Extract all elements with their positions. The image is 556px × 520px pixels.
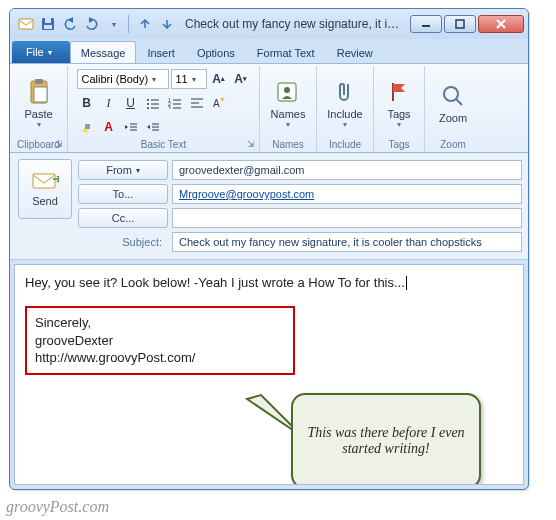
underline-button[interactable]: U (121, 93, 141, 113)
tab-options[interactable]: Options (186, 41, 246, 63)
chevron-down-icon: ▾ (48, 48, 52, 57)
ribbon-tab-strip: File ▾ Message Insert Options Format Tex… (10, 39, 528, 63)
message-headers: Send From ▾ groovedexter@gmail.com To...… (10, 153, 528, 260)
window-title: Check out my fancy new signature, it is … (177, 17, 408, 31)
signature-line: http://www.groovyPost.com/ (35, 349, 285, 367)
group-label: Zoom (429, 138, 477, 152)
envelope-icon (31, 171, 59, 191)
message-body-container: Hey, you see it? Look below! -Yeah I jus… (14, 264, 524, 485)
titlebar-separator (128, 15, 129, 33)
bullets-button[interactable] (143, 93, 163, 113)
tab-label: Review (337, 47, 373, 59)
to-button[interactable]: To... (78, 184, 168, 204)
svg-rect-5 (456, 20, 464, 28)
quick-access-toolbar: ▾ (16, 14, 124, 34)
chevron-down-icon: ▾ (136, 166, 140, 175)
next-item-icon[interactable] (157, 14, 177, 34)
undo-icon[interactable] (60, 14, 80, 34)
body-line-content: Hey, you see it? Look below! -Yeah I jus… (25, 275, 405, 290)
bold-button[interactable]: B (77, 93, 97, 113)
svg-point-33 (284, 87, 290, 93)
group-label: Tags (378, 138, 420, 152)
tab-file[interactable]: File ▾ (12, 41, 70, 63)
svg-point-11 (147, 103, 149, 105)
align-button[interactable] (187, 93, 207, 113)
zoom-label: Zoom (439, 112, 467, 124)
font-size-select[interactable]: 11▾ (171, 69, 207, 89)
italic-button[interactable]: I (99, 93, 119, 113)
tab-insert[interactable]: Insert (136, 41, 186, 63)
save-icon[interactable] (38, 14, 58, 34)
increase-indent-button[interactable] (143, 117, 163, 137)
paperclip-icon (331, 78, 359, 106)
shrink-font-button[interactable]: A▾ (231, 69, 251, 89)
dialog-launcher-icon[interactable]: ⇲ (245, 138, 257, 150)
from-value: groovedexter@gmail.com (179, 164, 305, 176)
chevron-down-icon: ▾ (152, 75, 156, 84)
titlebar: ▾ Check out my fancy new signature, it i… (10, 9, 528, 39)
maximize-button[interactable] (444, 15, 476, 33)
app-icon[interactable] (16, 14, 36, 34)
chevron-down-icon: ▾ (286, 120, 290, 129)
zoom-button[interactable]: Zoom (429, 80, 477, 126)
subject-field[interactable]: Check out my fancy new signature, it is … (172, 232, 522, 252)
tab-file-label: File (26, 46, 44, 58)
ribbon-group-names: Names ▾ Names (260, 66, 317, 152)
names-label: Names (271, 108, 306, 120)
font-size-value: 11 (176, 73, 188, 85)
to-field[interactable]: Mrgroove@groovypost.com (172, 184, 522, 204)
tab-label: Insert (147, 47, 175, 59)
send-button[interactable]: Send (18, 159, 72, 219)
from-field[interactable]: groovedexter@gmail.com (172, 160, 522, 180)
chevron-down-icon: ▾ (37, 120, 41, 129)
signature-line: Sincerely, (35, 314, 285, 332)
tab-label: Format Text (257, 47, 315, 59)
flag-icon (385, 78, 413, 106)
tags-button[interactable]: Tags ▾ (378, 76, 420, 131)
address-book-icon (274, 78, 302, 106)
numbering-button[interactable]: 123 (165, 93, 185, 113)
group-label: Include (321, 138, 369, 152)
font-name-value: Calibri (Body) (82, 73, 149, 85)
tab-format-text[interactable]: Format Text (246, 41, 326, 63)
minimize-button[interactable] (410, 15, 442, 33)
font-color-button[interactable]: A (99, 117, 119, 137)
tab-review[interactable]: Review (326, 41, 384, 63)
svg-line-35 (456, 99, 462, 105)
svg-text:3: 3 (168, 105, 171, 109)
text-cursor (406, 276, 407, 290)
cc-button[interactable]: Cc... (78, 208, 168, 228)
dialog-launcher-icon[interactable]: ⇲ (53, 138, 65, 150)
svg-rect-36 (33, 174, 55, 188)
body-text-line: Hey, you see it? Look below! -Yeah I jus… (25, 275, 509, 290)
include-button[interactable]: Include ▾ (321, 76, 369, 131)
clear-formatting-button[interactable]: A (209, 93, 229, 113)
include-label: Include (327, 108, 362, 120)
ribbon: Paste ▾ Clipboard ⇲ Calibri (Body)▾ 11▾ … (10, 63, 528, 153)
font-name-select[interactable]: Calibri (Body)▾ (77, 69, 169, 89)
svg-text:A: A (213, 98, 220, 109)
decrease-indent-button[interactable] (121, 117, 141, 137)
redo-icon[interactable] (82, 14, 102, 34)
ribbon-group-tags: Tags ▾ Tags (374, 66, 425, 152)
grow-font-button[interactable]: A▴ (209, 69, 229, 89)
svg-rect-0 (19, 19, 33, 29)
names-button[interactable]: Names ▾ (264, 76, 312, 131)
qat-customize-icon[interactable]: ▾ (104, 14, 124, 34)
from-label: From (106, 164, 132, 176)
highlight-button[interactable] (77, 117, 97, 137)
from-button[interactable]: From ▾ (78, 160, 168, 180)
subject-value: Check out my fancy new signature, it is … (179, 236, 482, 248)
chevron-down-icon: ▾ (192, 75, 196, 84)
window-controls (408, 15, 524, 33)
cc-field[interactable] (172, 208, 522, 228)
close-button[interactable] (478, 15, 524, 33)
svg-rect-7 (35, 79, 43, 84)
annotation-callout: This was there before I even started wri… (291, 393, 481, 484)
group-label: Basic Text (72, 138, 255, 152)
message-body[interactable]: Hey, you see it? Look below! -Yeah I jus… (15, 265, 523, 484)
chevron-down-icon: ▾ (397, 120, 401, 129)
paste-button[interactable]: Paste ▾ (15, 76, 63, 131)
previous-item-icon[interactable] (135, 14, 155, 34)
tab-message[interactable]: Message (70, 41, 137, 63)
